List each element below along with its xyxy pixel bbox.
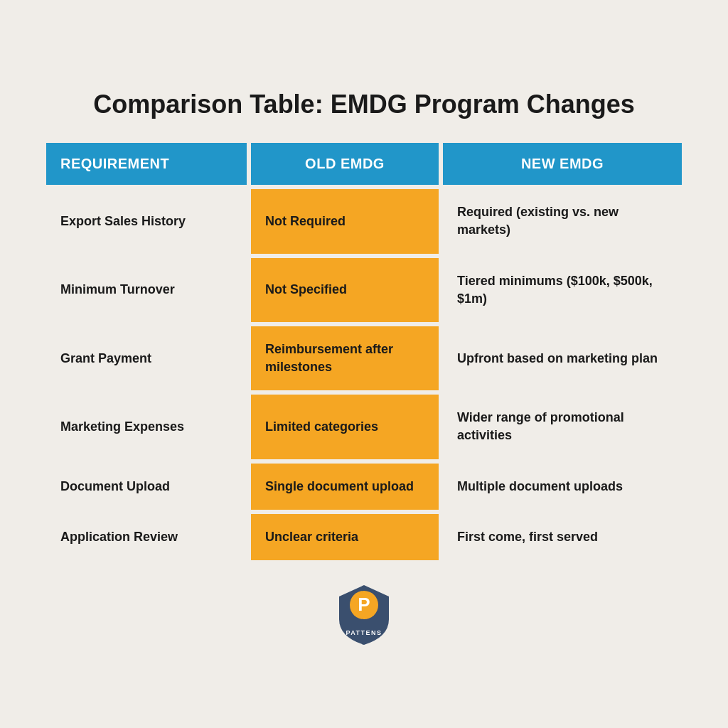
table-header-row: REQUIREMENT OLD EMDG NEW EMDG	[44, 141, 684, 187]
table-row: Export Sales HistoryNot RequiredRequired…	[44, 187, 684, 255]
cell-requirement: Export Sales History	[44, 187, 249, 255]
cell-new-emdg: Required (existing vs. new markets)	[441, 187, 684, 255]
page-title: Comparison Table: EMDG Program Changes	[44, 89, 684, 119]
table-row: Minimum TurnoverNot SpecifiedTiered mini…	[44, 256, 684, 324]
cell-requirement: Grant Payment	[44, 324, 249, 392]
cell-old-emdg: Limited categories	[249, 392, 441, 461]
logo-shield-icon: P PATTENS	[336, 584, 392, 646]
header-old-emdg: OLD EMDG	[249, 141, 441, 187]
page-wrapper: Comparison Table: EMDG Program Changes R…	[23, 60, 705, 668]
header-requirement: REQUIREMENT	[44, 141, 249, 187]
table-row: Application ReviewUnclear criteriaFirst …	[44, 512, 684, 562]
table-row: Grant PaymentReimbursement after milesto…	[44, 324, 684, 392]
table-row: Document UploadSingle document uploadMul…	[44, 461, 684, 512]
cell-new-emdg: Tiered minimums ($100k, $500k, $1m)	[441, 256, 684, 324]
svg-text:PATTENS: PATTENS	[346, 629, 382, 636]
cell-old-emdg: Not Required	[249, 187, 441, 255]
cell-requirement: Minimum Turnover	[44, 256, 249, 324]
cell-new-emdg: First come, first served	[441, 512, 684, 562]
header-new-emdg: NEW EMDG	[441, 141, 684, 187]
cell-old-emdg: Not Specified	[249, 256, 441, 324]
cell-old-emdg: Reimbursement after milestones	[249, 324, 441, 392]
logo-container: P PATTENS	[44, 584, 684, 646]
cell-new-emdg: Wider range of promotional activities	[441, 392, 684, 461]
cell-requirement: Marketing Expenses	[44, 392, 249, 461]
cell-old-emdg: Unclear criteria	[249, 512, 441, 562]
table-row: Marketing ExpensesLimited categoriesWide…	[44, 392, 684, 461]
cell-new-emdg: Multiple document uploads	[441, 461, 684, 512]
cell-new-emdg: Upfront based on marketing plan	[441, 324, 684, 392]
cell-requirement: Document Upload	[44, 461, 249, 512]
comparison-table: REQUIREMENT OLD EMDG NEW EMDG Export Sal…	[44, 141, 684, 562]
logo-box: P PATTENS	[332, 584, 396, 646]
cell-old-emdg: Single document upload	[249, 461, 441, 512]
svg-text:P: P	[358, 594, 370, 615]
cell-requirement: Application Review	[44, 512, 249, 562]
